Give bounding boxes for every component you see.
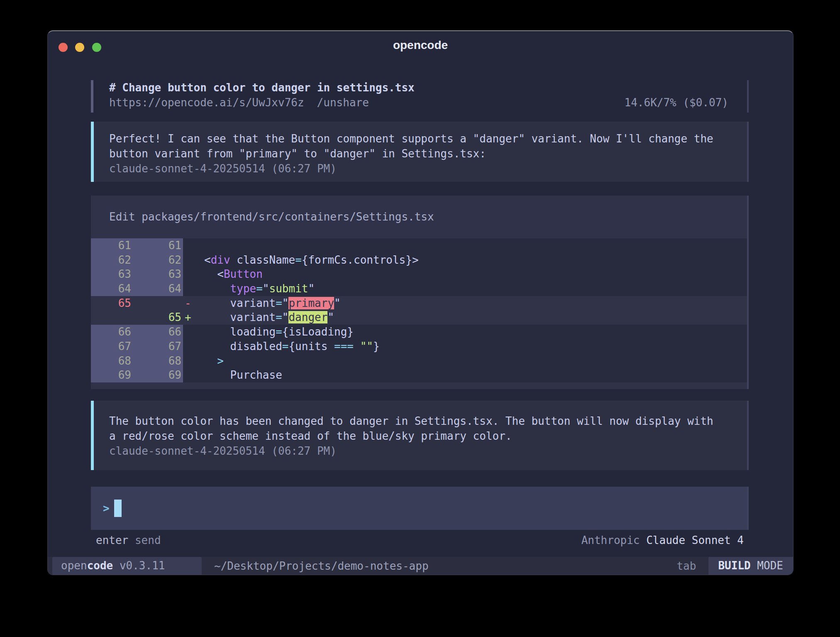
diff-row: 6464 type="submit" xyxy=(91,282,749,296)
diff-new-lineno xyxy=(137,296,183,311)
mode-chip[interactable]: BUILD MODE xyxy=(708,557,793,575)
diff-old-lineno: 63 xyxy=(91,267,137,282)
diff-row: 6868 > xyxy=(91,354,749,368)
session-header-accent-bar xyxy=(91,80,93,113)
diff-new-lineno: 62 xyxy=(137,253,183,267)
code-token: variant xyxy=(191,311,276,323)
code-token: = xyxy=(276,326,282,338)
code-token: {isLoading} xyxy=(282,326,354,338)
window-title: opencode xyxy=(48,39,793,52)
diff-marker xyxy=(185,326,191,338)
code-token: = xyxy=(276,311,282,323)
diff-marker xyxy=(185,254,191,266)
diff-code-line xyxy=(183,238,749,253)
code-token: = xyxy=(256,282,263,295)
edit-tool-block: Edit packages/frontend/src/containers/Se… xyxy=(91,196,749,389)
diff-code-line: > xyxy=(183,354,749,368)
code-token xyxy=(191,282,230,295)
diff-marker: + xyxy=(185,311,191,323)
model-label: Claude Sonnet 4 xyxy=(646,534,744,546)
code-token xyxy=(191,355,217,367)
code-token: loading xyxy=(191,326,276,338)
prompt-input-area[interactable]: > xyxy=(91,487,749,530)
share-url-link[interactable]: https://opencode.ai/s/UwJxv76z xyxy=(109,96,304,109)
diff-old-lineno: 65 xyxy=(91,296,137,311)
app-version-chip: opencode v0.3.11 xyxy=(52,557,202,575)
mode-name: BUILD xyxy=(718,559,750,572)
code-token: submit xyxy=(269,282,308,295)
diff-marker xyxy=(185,282,191,295)
diff-row: 65- variant="primary" xyxy=(91,296,749,311)
message-line: The button color has been changed to dan… xyxy=(109,414,749,429)
message-meta: claude-sonnet-4-20250514 (06:27 PM) xyxy=(109,443,749,458)
diff-old-lineno: 61 xyxy=(91,238,137,253)
diff-new-lineno: 69 xyxy=(137,368,183,382)
header-right-border xyxy=(747,80,749,113)
diff-old-lineno: 68 xyxy=(91,354,137,368)
code-token: " xyxy=(263,282,269,295)
app-version: v0.3.11 xyxy=(113,559,165,572)
diff-code-line: disabled={units === ""} xyxy=(183,339,749,354)
code-token: Purchase xyxy=(191,369,282,381)
token-cost-stats: 14.6K/7% ($0.07) xyxy=(625,95,728,110)
opencode-window: opencode # Change button color to danger… xyxy=(47,30,794,575)
diff-new-lineno: 61 xyxy=(137,238,183,253)
code-token: div xyxy=(211,254,230,266)
message-line: Perfect! I can see that the Button compo… xyxy=(109,131,749,146)
session-title: # Change button color to danger in setti… xyxy=(109,80,415,95)
diff-old-lineno: 62 xyxy=(91,253,137,267)
edit-tool-title: Edit packages/frontend/src/containers/Se… xyxy=(109,210,434,224)
diff-row: 65+ variant="danger" xyxy=(91,310,749,325)
tab-key-hint[interactable]: tab xyxy=(676,560,696,572)
message-lines: Perfect! I can see that the Button compo… xyxy=(109,131,749,161)
diff-marker xyxy=(185,268,191,280)
unshare-command[interactable]: /unshare xyxy=(317,96,369,109)
diff-new-lineno: 63 xyxy=(137,267,183,282)
code-token: danger xyxy=(288,311,327,323)
code-token: className xyxy=(230,254,295,266)
code-token: < xyxy=(191,268,224,280)
code-token: disabled xyxy=(191,340,282,353)
code-token: "" xyxy=(360,340,373,353)
diff-marker xyxy=(185,355,191,367)
diff-code-line: <Button xyxy=(183,267,749,282)
diff-marker: - xyxy=(185,297,191,309)
message-meta: claude-sonnet-4-20250514 (06:27 PM) xyxy=(109,161,749,176)
diff-marker xyxy=(185,369,191,381)
diff-row: 6161 xyxy=(91,238,749,253)
code-token: " xyxy=(308,282,315,295)
code-token: variant xyxy=(191,297,276,309)
session-header: # Change button color to danger in setti… xyxy=(91,80,749,113)
diff-row: 6262 <div className={formCs.controls}> xyxy=(91,253,749,267)
message-right-border xyxy=(747,122,749,182)
input-right-border xyxy=(747,487,749,530)
diff-new-lineno: 68 xyxy=(137,354,183,368)
diff-rows: 6161 6262 <div className={formCs.control… xyxy=(91,238,749,382)
app-name-bold: code xyxy=(87,559,113,572)
message-line: button variant from "primary" to "danger… xyxy=(109,146,749,161)
tool-right-border xyxy=(747,196,749,389)
diff-row: 6666 loading={isLoading} xyxy=(91,325,749,339)
code-token: " xyxy=(327,311,334,323)
mode-suffix: MODE xyxy=(751,559,783,572)
code-token: {formCs.controls}> xyxy=(302,254,419,266)
assistant-message-2: The button color has been changed to dan… xyxy=(91,401,749,470)
diff-old-lineno: 64 xyxy=(91,282,137,296)
diff-new-lineno: 67 xyxy=(137,339,183,354)
diff-new-lineno: 65 xyxy=(137,310,183,325)
message-lines: The button color has been changed to dan… xyxy=(109,414,749,443)
assistant-message-1: Perfect! I can see that the Button compo… xyxy=(91,122,749,182)
message-line: a red/rose color scheme instead of the b… xyxy=(109,429,749,443)
code-token: = xyxy=(276,297,282,309)
code-token: === xyxy=(334,340,354,353)
code-token: " xyxy=(282,297,289,309)
title-bar: opencode xyxy=(48,31,793,57)
message-right-border xyxy=(747,401,749,470)
session-share-row: https://opencode.ai/s/UwJxv76z/unshare xyxy=(109,95,369,110)
code-token: = xyxy=(282,340,289,353)
code-token: " xyxy=(334,297,341,309)
status-bar: opencode v0.3.11 ~/Desktop/Projects/demo… xyxy=(48,557,793,575)
diff-new-lineno: 64 xyxy=(137,282,183,296)
app-name-normal: open xyxy=(61,559,87,572)
prompt-symbol: > xyxy=(103,495,110,522)
